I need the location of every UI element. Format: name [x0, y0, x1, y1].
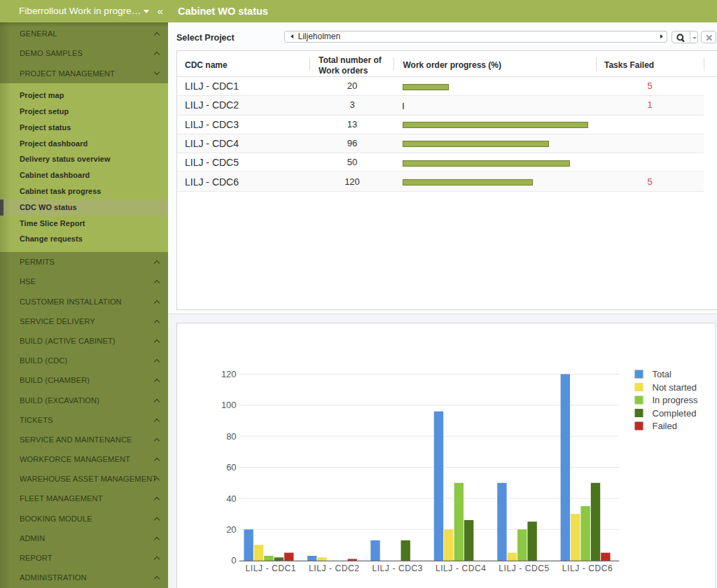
svg-text:120: 120: [221, 369, 237, 379]
svg-text:LILJ - CDC3: LILJ - CDC3: [372, 564, 423, 573]
svg-text:LILJ - CDC4: LILJ - CDC4: [436, 564, 487, 573]
svg-text:LILJ - CDC2: LILJ - CDC2: [309, 564, 360, 573]
svg-text:20: 20: [226, 524, 236, 535]
svg-text:60: 60: [226, 462, 236, 472]
svg-text:0: 0: [231, 555, 236, 566]
svg-text:80: 80: [226, 431, 236, 442]
svg-text:Not started: Not started: [653, 382, 697, 393]
svg-text:Failed: Failed: [653, 421, 677, 431]
svg-text:LILJ - CDC6: LILJ - CDC6: [562, 564, 613, 573]
svg-text:100: 100: [221, 400, 237, 410]
svg-text:In progress: In progress: [653, 395, 699, 405]
svg-text:Completed: Completed: [653, 408, 697, 419]
svg-text:Total: Total: [653, 369, 672, 379]
svg-text:LILJ - CDC5: LILJ - CDC5: [499, 564, 550, 573]
svg-text:LILJ - CDC1: LILJ - CDC1: [245, 564, 296, 573]
svg-text:40: 40: [226, 493, 236, 504]
